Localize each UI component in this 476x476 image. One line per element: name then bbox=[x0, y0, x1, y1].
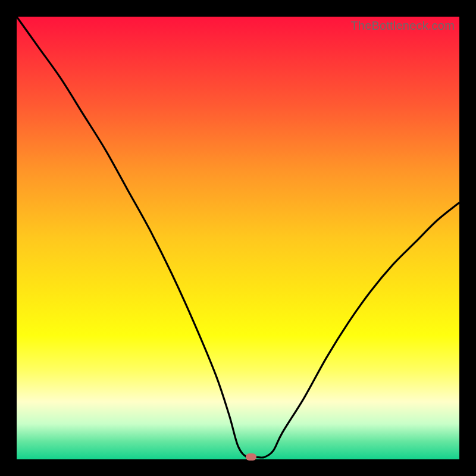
minimum-marker bbox=[246, 453, 256, 461]
chart-frame: TheBottleneck.com bbox=[0, 0, 476, 476]
plot-area: TheBottleneck.com bbox=[17, 17, 459, 459]
bottleneck-curve-path bbox=[17, 17, 459, 458]
curve-svg bbox=[17, 17, 459, 459]
